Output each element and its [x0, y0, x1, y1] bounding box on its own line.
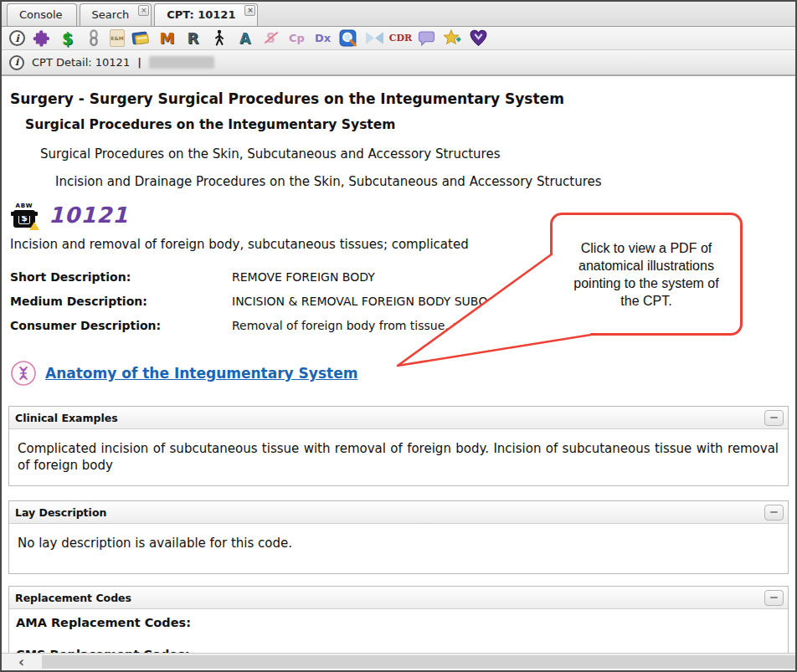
tab-search[interactable]: Search × — [80, 3, 152, 26]
hierarchy-level-4: Incision and Drainage Procedures on the … — [55, 174, 795, 190]
speech-bubble-icon[interactable] — [417, 28, 436, 48]
chain-link-icon[interactable] — [84, 28, 103, 48]
panel-lay-description: Lay Description No lay description is av… — [8, 500, 789, 574]
tab-label: Search — [92, 8, 130, 21]
ama-replacement-codes-label: AMA Replacement Codes: — [16, 616, 779, 629]
infobar-label: CPT Detail: 10121 — [32, 56, 130, 69]
panel-body: Complicated incision of subcutaneous tis… — [9, 429, 788, 485]
code-search-icon[interactable] — [339, 28, 358, 48]
dna-icon — [10, 360, 37, 387]
collapse-icon[interactable] — [764, 590, 784, 606]
a-icon[interactable]: A — [235, 28, 255, 48]
cdr-icon[interactable]: CDR — [391, 28, 410, 48]
panel-replacement-codes: Replacement Codes AMA Replacement Codes:… — [8, 586, 789, 653]
s-slash-icon[interactable]: S — [261, 28, 280, 48]
star-plus-icon[interactable] — [443, 28, 462, 48]
callout-annotation: Click to view a PDF of anatomical illust… — [550, 213, 743, 336]
panel-header: Replacement Codes — [9, 587, 788, 609]
info-bar: i CPT Detail: 10121 | — [2, 50, 795, 76]
description-value: REMOVE FOREIGN BODY — [232, 270, 375, 284]
tab-console[interactable]: Console — [7, 3, 77, 26]
app-window: Console Search × CPT: 10121 × i $ E&M M … — [0, 0, 797, 672]
scrollbar-thumb[interactable] — [42, 655, 795, 669]
toolbar: i $ E&M M R A S Cp Dx CDR — [2, 27, 795, 50]
collapse-icon[interactable] — [764, 410, 784, 426]
puzzle-icon[interactable] — [32, 28, 51, 48]
description-label: Short Description: — [10, 270, 232, 284]
description-value: Removal of foreign body from tissue, acc — [232, 319, 472, 332]
close-icon[interactable]: × — [244, 5, 255, 16]
books-icon[interactable] — [131, 28, 151, 48]
horizontal-scrollbar[interactable]: ‹ — [2, 653, 795, 670]
abw-fee-icon[interactable]: ABW $ — [10, 203, 39, 228]
tab-bar: Console Search × CPT: 10121 × — [2, 2, 795, 27]
cpt-detail-content: Surgery - Surgery Surgical Procedures on… — [2, 76, 795, 653]
em-document-icon[interactable]: E&M — [110, 29, 125, 47]
panel-title: Lay Description — [15, 506, 106, 519]
abw-label: ABW — [10, 203, 39, 209]
panel-header: Clinical Examples — [9, 407, 788, 429]
tab-cpt-10121[interactable]: CPT: 10121 × — [154, 3, 258, 26]
walking-person-icon[interactable] — [209, 28, 229, 48]
heart-icon[interactable] — [469, 28, 488, 48]
panel-header: Lay Description — [9, 501, 788, 524]
cpt-code-number: 10121 — [49, 203, 128, 228]
anatomy-pdf-link[interactable]: Anatomy of the Integumentary System — [45, 365, 357, 382]
info-icon: i — [9, 55, 24, 70]
bowtie-icon[interactable] — [365, 28, 384, 48]
panel-title: Replacement Codes — [15, 592, 131, 604]
dollar-icon[interactable]: $ — [58, 28, 77, 48]
r-icon[interactable]: R — [183, 28, 203, 48]
callout-text: Click to view a PDF of anatomical illust… — [564, 239, 728, 310]
anatomy-link-row: Anatomy of the Integumentary System — [10, 359, 795, 387]
infobar-separator: | — [137, 56, 141, 69]
redacted-text — [149, 56, 214, 69]
hierarchy-level-2: Surgical Procedures on the Integumentary… — [25, 116, 795, 133]
dx-icon[interactable]: Dx — [313, 28, 332, 48]
chevron-left-icon[interactable]: ‹ — [18, 654, 24, 670]
description-value: INCISION & REMOVAL FOREIGN BODY SUBQ TIS… — [232, 295, 517, 308]
dollar-glyph: $ — [18, 213, 30, 224]
panel-body: No lay description is available for this… — [9, 524, 788, 573]
tab-label: CPT: 10121 — [167, 8, 235, 21]
close-icon[interactable]: × — [138, 5, 149, 16]
warning-icon — [29, 222, 39, 230]
hierarchy-level-3: Surgical Procedures on the Skin, Subcuta… — [40, 146, 795, 162]
tab-label: Console — [19, 8, 63, 21]
cp-icon[interactable]: Cp — [287, 28, 306, 48]
description-label: Medium Description: — [10, 295, 232, 308]
m-icon[interactable]: M — [157, 28, 177, 48]
atm-icon: $ — [13, 210, 35, 228]
panel-body: AMA Replacement Codes: CMS Replacement C… — [9, 609, 788, 653]
collapse-icon[interactable] — [764, 505, 784, 521]
description-label: Consumer Description: — [10, 319, 232, 332]
hierarchy-level-1: Surgery - Surgery Surgical Procedures on… — [10, 90, 795, 108]
panel-clinical-examples: Clinical Examples Complicated incision o… — [8, 406, 789, 486]
info-icon[interactable]: i — [9, 30, 25, 46]
panel-title: Clinical Examples — [15, 412, 118, 424]
